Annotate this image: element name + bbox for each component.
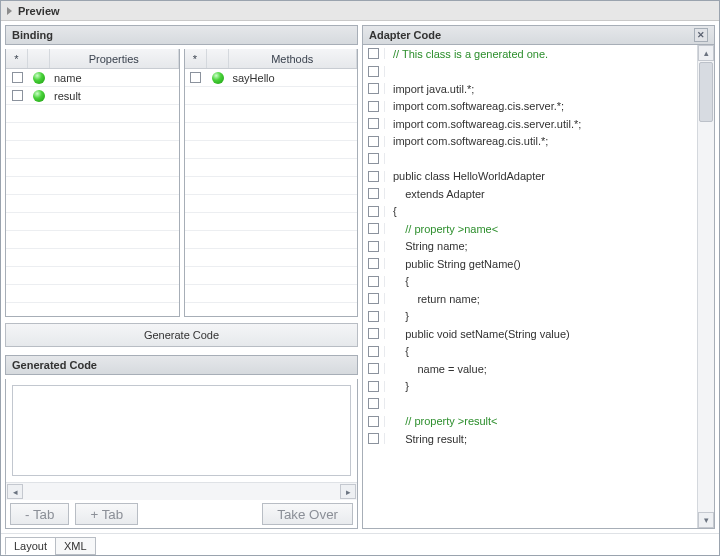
bottom-tabs: Layout XML	[1, 533, 719, 555]
table-row	[6, 213, 179, 231]
code-row[interactable]	[363, 395, 697, 413]
code-row[interactable]: {	[363, 343, 697, 361]
checkbox[interactable]	[368, 206, 379, 217]
adapter-vscrollbar[interactable]: ▴ ▾	[697, 45, 714, 528]
minus-tab-button[interactable]: - Tab	[10, 503, 69, 525]
close-icon[interactable]: ✕	[694, 28, 708, 42]
code-row[interactable]	[363, 150, 697, 168]
binding-title: Binding	[12, 29, 53, 41]
generate-code-label: Generate Code	[144, 329, 219, 341]
code-row[interactable]: String name;	[363, 238, 697, 256]
checkbox[interactable]	[190, 72, 201, 83]
checkbox[interactable]	[368, 66, 379, 77]
code-text: public class HelloWorldAdapter	[385, 170, 697, 182]
checkbox[interactable]	[368, 101, 379, 112]
take-over-button[interactable]: Take Over	[262, 503, 353, 525]
tab-layout[interactable]: Layout	[5, 537, 56, 555]
content-area: Binding * Properties nameresult	[1, 21, 719, 533]
checkbox[interactable]	[12, 72, 23, 83]
properties-header-status[interactable]	[28, 49, 50, 68]
checkbox[interactable]	[368, 311, 379, 322]
checkbox[interactable]	[368, 83, 379, 94]
code-row[interactable]: // property >result<	[363, 413, 697, 431]
scroll-thumb[interactable]	[699, 62, 713, 122]
scroll-right-icon[interactable]: ▸	[340, 484, 356, 499]
generated-hscrollbar[interactable]: ◂ ▸	[6, 482, 357, 500]
code-row[interactable]: {	[363, 203, 697, 221]
table-row[interactable]: name	[6, 69, 179, 87]
generated-title: Generated Code	[12, 359, 97, 371]
code-text: import java.util.*;	[385, 83, 697, 95]
checkbox[interactable]	[368, 398, 379, 409]
checkbox[interactable]	[368, 241, 379, 252]
code-row[interactable]: // This class is a generated one.	[363, 45, 697, 63]
code-row[interactable]: }	[363, 308, 697, 326]
adapter-lines: // This class is a generated one.import …	[363, 45, 697, 448]
table-row	[185, 195, 358, 213]
code-row[interactable]: name = value;	[363, 360, 697, 378]
code-row[interactable]: import java.util.*;	[363, 80, 697, 98]
properties-header-label[interactable]: Properties	[50, 49, 179, 68]
table-row	[185, 159, 358, 177]
code-row[interactable]: public class HelloWorldAdapter	[363, 168, 697, 186]
code-row[interactable]: public void setName(String value)	[363, 325, 697, 343]
table-row	[185, 177, 358, 195]
checkbox[interactable]	[368, 363, 379, 374]
code-text: String name;	[385, 240, 697, 252]
table-row	[185, 285, 358, 303]
scroll-up-icon[interactable]: ▴	[698, 45, 714, 61]
plus-tab-button[interactable]: + Tab	[75, 503, 138, 525]
checkbox[interactable]	[368, 136, 379, 147]
checkbox[interactable]	[368, 381, 379, 392]
code-text: {	[385, 205, 697, 217]
code-row[interactable]: // property >name<	[363, 220, 697, 238]
table-row[interactable]: sayHello	[185, 69, 358, 87]
scroll-left-icon[interactable]: ◂	[7, 484, 23, 499]
status-dot-icon	[212, 72, 224, 84]
table-row[interactable]: result	[6, 87, 179, 105]
code-row[interactable]: {	[363, 273, 697, 291]
checkbox[interactable]	[368, 223, 379, 234]
code-row[interactable]: String result;	[363, 430, 697, 448]
code-row[interactable]	[363, 63, 697, 81]
checkbox[interactable]	[368, 188, 379, 199]
code-row[interactable]: public String getName()	[363, 255, 697, 273]
code-row[interactable]: import com.softwareag.cis.util.*;	[363, 133, 697, 151]
scroll-down-icon[interactable]: ▾	[698, 512, 714, 528]
checkbox[interactable]	[368, 153, 379, 164]
table-row	[6, 105, 179, 123]
adapter-scroll: // This class is a generated one.import …	[363, 45, 697, 528]
binding-header: Binding	[5, 25, 358, 45]
methods-header-label[interactable]: Methods	[229, 49, 358, 68]
checkbox[interactable]	[368, 276, 379, 287]
checkbox[interactable]	[368, 346, 379, 357]
checkbox[interactable]	[368, 328, 379, 339]
checkbox[interactable]	[368, 48, 379, 59]
code-text: {	[385, 275, 697, 287]
properties-header-star[interactable]: *	[6, 49, 28, 68]
checkbox[interactable]	[368, 433, 379, 444]
generated-textarea[interactable]	[12, 385, 351, 476]
code-text: extends Adapter	[385, 188, 697, 200]
checkbox[interactable]	[368, 258, 379, 269]
checkbox[interactable]	[368, 293, 379, 304]
code-row[interactable]: extends Adapter	[363, 185, 697, 203]
adapter-title: Adapter Code	[369, 29, 441, 41]
table-row	[185, 123, 358, 141]
table-row	[185, 87, 358, 105]
left-column: Binding * Properties nameresult	[5, 25, 358, 529]
code-row[interactable]: import com.softwareag.cis.server.util.*;	[363, 115, 697, 133]
table-row	[6, 159, 179, 177]
code-row[interactable]: import com.softwareag.cis.server.*;	[363, 98, 697, 116]
generate-code-button[interactable]: Generate Code	[5, 323, 358, 347]
checkbox[interactable]	[12, 90, 23, 101]
checkbox[interactable]	[368, 118, 379, 129]
code-text: import com.softwareag.cis.util.*;	[385, 135, 697, 147]
code-row[interactable]: return name;	[363, 290, 697, 308]
checkbox[interactable]	[368, 171, 379, 182]
checkbox[interactable]	[368, 416, 379, 427]
methods-header-star[interactable]: *	[185, 49, 207, 68]
code-row[interactable]: }	[363, 378, 697, 396]
tab-xml[interactable]: XML	[55, 537, 96, 555]
methods-header-status[interactable]	[207, 49, 229, 68]
